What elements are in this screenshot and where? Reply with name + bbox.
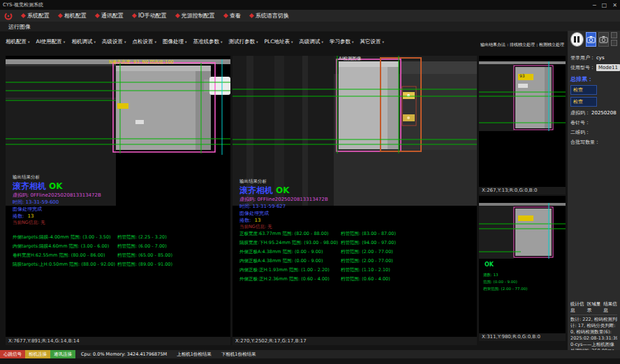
- measurement-text: 捲数: 13: [483, 273, 499, 277]
- close-button[interactable]: ✕: [612, 2, 617, 8]
- right-sidebar: 登录用户： cys 使用型号： Mode11 总排累： 检查 检查 虚拟码： 2…: [568, 31, 620, 356]
- roi-badge-value: 93: [519, 74, 525, 79]
- chevron-down-icon: ▾: [124, 40, 126, 44]
- camera-icon: [586, 35, 596, 44]
- measurement-row: 内侧targets:隔膜4.60mm 范围: (3.00 - 6.00)档管范围…: [13, 243, 172, 252]
- view-tab-row: 运行图像: [0, 22, 620, 31]
- roll-count: 捲数: 13: [239, 217, 328, 224]
- stats-tab[interactable]: 统计信息: [570, 301, 584, 314]
- menu-item-camera-config[interactable]: 相机配置: [59, 12, 87, 20]
- ng-note: 当前NG信息: 无: [13, 220, 101, 227]
- camera1-result-block: 输出结果分析 滚齐相机 OK 虚拟码: 0FFline2025020813313…: [13, 174, 101, 227]
- menu-item-label: 通讯配置: [101, 12, 124, 20]
- stats-line: 数计: 222, 检码检测判断:: [570, 317, 617, 323]
- chevron-down-icon: ▾: [256, 40, 258, 44]
- tool-label: 高级设置: [102, 38, 123, 45]
- stats-tab[interactable]: 结果信息: [603, 301, 617, 314]
- menu-item-system-config[interactable]: 系统配置: [22, 12, 50, 20]
- menu-bullet-icon: [249, 13, 254, 18]
- measurement-text: 隔膜宽度:下H:95.24mm 范围: (93.00 - 98.00): [239, 240, 341, 249]
- pause-button[interactable]: [570, 32, 584, 47]
- chevron-down-icon: ▾: [321, 40, 323, 44]
- lower-camera-result-label: 下相机1份检结果: [221, 351, 256, 358]
- chevron-down-icon: ▾: [352, 40, 354, 44]
- menu-bullet-icon: [223, 13, 228, 18]
- menu-item-comm-config[interactable]: 通讯配置: [96, 12, 124, 20]
- virtual-code-value: 20250208: [591, 110, 617, 116]
- measurement-range: 档管范围: (2.00 - 77.00): [341, 249, 393, 258]
- processing-done: 图像处理完成: [13, 206, 101, 213]
- comm-connection-indicator: 通讯连接: [50, 350, 75, 358]
- virtual-code: 虚拟码: 0FFline2025020813313472B: [239, 196, 328, 203]
- tool-baseline-params[interactable]: 基准线参数▾: [193, 38, 222, 45]
- tool-spot-check[interactable]: 点检设置▾: [132, 38, 156, 45]
- tool-other-settings[interactable]: 其它设置▾: [360, 38, 384, 45]
- tool-test-params[interactable]: 测试打参数▾: [228, 38, 258, 45]
- tool-advanced-settings[interactable]: 高级设置▾: [102, 38, 126, 45]
- tool-ai-config[interactable]: AI使用配置▾: [36, 38, 66, 45]
- login-user-value: cys: [596, 55, 605, 61]
- tool-bar: 相机配置▾ AI使用配置▾ 相机调试▾ 高级设置▾ 点检设置▾ 图像处理▾ 基准…: [6, 36, 478, 47]
- model-row: 使用型号： Mode11: [570, 64, 617, 71]
- roi-value-label: N卷齐高度: 93. N0 凹高值:100: [109, 60, 174, 65]
- tool-camera-debug[interactable]: 相机调试▾: [71, 38, 96, 45]
- maximize-button[interactable]: □: [602, 2, 607, 8]
- measurement-range: 档管范围: (94.00 - 97.00): [341, 240, 396, 249]
- camera-b-view-button[interactable]: [598, 32, 609, 47]
- menu-item-label: 系统语言切换: [256, 12, 289, 20]
- layout-top-icon[interactable]: [611, 32, 617, 38]
- menu-item-label: 光源控制配置: [182, 12, 215, 20]
- measurement-range: 档管范围: (1.10 - 2.10): [341, 267, 390, 276]
- menu-bullet-icon: [58, 13, 63, 18]
- menu-item-io-manual[interactable]: IO手动配置: [133, 12, 167, 20]
- measurement-range: 档管范围: (89.00 - 91.00): [117, 261, 172, 271]
- stats-tab[interactable]: 区域显示: [587, 301, 601, 314]
- batch-row: 合批写数量：: [570, 139, 617, 146]
- measurement-text: 卷料宽度H:62.55mm 范围: (80.00 - 86.00): [13, 252, 117, 261]
- needle-row: 卷针号：: [570, 119, 617, 126]
- menu-item-light-control[interactable]: 光源控制配置: [176, 12, 215, 20]
- result-note: 输出结果分析: [13, 174, 101, 181]
- model-value-field[interactable]: Mode11: [596, 64, 620, 71]
- tool-label: AI使用配置: [36, 38, 62, 45]
- capture-time: 时间: 13-31-59-627: [239, 203, 328, 210]
- chevron-down-icon: ▾: [28, 40, 30, 44]
- tool-image-processing[interactable]: 图像处理▾: [163, 38, 187, 45]
- tool-camera-config[interactable]: 相机配置▾: [6, 38, 30, 45]
- camera2-result-block: 输出结果分析 滚齐相机 OK 虚拟码: 0FFline2025020813313…: [239, 179, 328, 231]
- measurement-text: 外侧targets:隔膜-4.00mm 范围: (3.00 - 3.50): [13, 234, 117, 243]
- camera1-title: 滚齐相机 OK: [13, 181, 101, 192]
- status-ok-badge: OK: [485, 261, 494, 268]
- minimize-button[interactable]: ─: [593, 2, 596, 8]
- stats-tabs: 统计信息 区域显示 结果信息: [570, 301, 617, 315]
- measurement-range: 档管范围: (0.60 - 4.00): [341, 276, 390, 285]
- camera-icon: [599, 35, 608, 44]
- preview1-coord-status: X:267,Y:13;R:0,G:0,B:0: [479, 187, 566, 195]
- measurement-range: 档管范围: (83.00 - 87.00): [341, 231, 396, 240]
- tool-plc-address[interactable]: PLC地址表▾: [264, 38, 293, 45]
- menu-bullet-icon: [175, 13, 180, 18]
- tool-advanced-debug[interactable]: 高级调试▾: [299, 38, 323, 45]
- measurement-text: 正极宽度:63.77mm 范围: (82.00 - 88.00): [239, 231, 341, 240]
- layout-bottom-icon[interactable]: [611, 40, 617, 46]
- measurement-text: 隔膜targets:上H:0.50mm 范围: (88.00 - 92.00): [13, 261, 117, 271]
- menu-item-language[interactable]: 系统语言切换: [250, 12, 289, 20]
- total-label: 总排累：: [570, 75, 617, 83]
- tool-label: 其它设置: [360, 38, 381, 45]
- tab-running-image[interactable]: 运行图像: [8, 23, 31, 31]
- camera2-title: 滚齐相机 OK: [239, 185, 328, 196]
- tool-learning-params[interactable]: 学习参数▾: [330, 38, 354, 45]
- view-toggle-icons: [611, 32, 617, 46]
- camera-a-view-button[interactable]: [586, 32, 596, 47]
- virtual-code-label: 虚拟码：: [570, 109, 590, 116]
- status-box-2: 检查: [570, 97, 597, 107]
- menu-item-view[interactable]: 查看: [224, 12, 241, 20]
- tool-label: 图像处理: [163, 38, 184, 45]
- camera1-measurements: 外侧targets:隔膜-4.00mm 范围: (3.00 - 3.50)档管范…: [13, 234, 172, 271]
- model-label: 使用型号：: [570, 64, 595, 71]
- chevron-down-icon: ▾: [382, 40, 384, 44]
- measurement-row: 外侧正极A:4.38mm 范围: (0.00 - 9.00)档管范围: (2.0…: [239, 249, 396, 258]
- ai-image-label: AI检测图像: [339, 56, 361, 61]
- roll-count-value: 13: [255, 218, 261, 223]
- measurement-row: 外侧正极:正H:2.36mm 范围: (0.60 - 4.00)档管范围: (0…: [239, 276, 396, 285]
